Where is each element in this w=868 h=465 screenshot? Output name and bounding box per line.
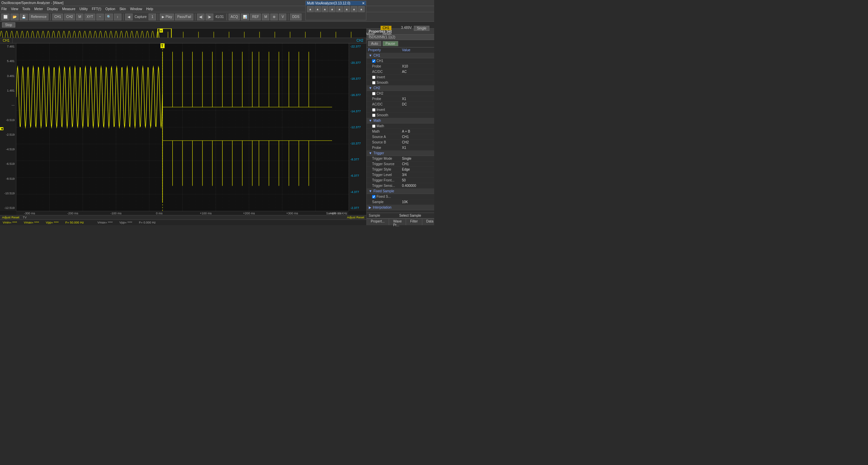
fixed-s-checkbox-row[interactable]: Fixed S... xyxy=(367,194,434,199)
tb-save[interactable]: 💾 xyxy=(20,14,28,20)
menu-meter[interactable]: Meter xyxy=(34,7,43,11)
menu-tools[interactable]: Tools xyxy=(22,7,30,11)
math-srcA-value[interactable]: CH1 xyxy=(401,134,434,139)
interp-expand-icon[interactable]: ▶ xyxy=(369,206,371,209)
sample-value[interactable]: 10K xyxy=(401,199,434,205)
menu-view[interactable]: View xyxy=(11,7,18,11)
trig-src-value[interactable]: CH1 xyxy=(401,161,434,167)
voltage-status: 3.489V xyxy=(401,26,412,30)
tb-capture-value[interactable]: 1 xyxy=(149,14,156,20)
mv-btn-7[interactable]: ▲ xyxy=(358,6,365,12)
tb-ch2[interactable]: CH2 xyxy=(64,14,75,20)
ch1-invert-checkbox[interactable] xyxy=(372,76,375,79)
menu-utility[interactable]: Utility xyxy=(79,7,88,11)
tb-math[interactable]: M xyxy=(76,14,83,20)
ch1-checkbox-row[interactable]: CH1 xyxy=(367,58,434,64)
ch2-invert-row[interactable]: Invert xyxy=(367,107,434,113)
menu-help[interactable]: Help xyxy=(146,7,153,11)
meas-ch1-vmax: Vmax= **** xyxy=(24,221,39,224)
tb-meas[interactable]: 📊 xyxy=(241,14,249,20)
math-srcB-value[interactable]: CH2 xyxy=(401,140,434,145)
tb-zoom2[interactable]: ⊕ xyxy=(270,14,278,20)
ch2-acdc-value[interactable]: DC xyxy=(401,102,434,107)
ch2-smooth-row[interactable]: Smooth xyxy=(367,113,434,118)
ch2-probe-value[interactable]: X1 xyxy=(401,96,434,101)
menu-window[interactable]: Window xyxy=(130,7,142,11)
ch1-acdc-value[interactable]: AC xyxy=(401,69,434,74)
ch2-checkbox-row[interactable]: CH2 xyxy=(367,91,434,96)
tb-passfail[interactable]: Pass/Fail xyxy=(175,14,193,20)
trig-src-name: Trigger Source xyxy=(367,161,401,167)
tb-v[interactable]: V xyxy=(279,14,286,20)
stop-button[interactable]: Stop xyxy=(2,22,15,27)
fixed-sample-expand-icon[interactable]: ▼ xyxy=(369,189,372,193)
overview-strip[interactable] xyxy=(0,28,366,38)
menu-display[interactable]: Display xyxy=(47,7,58,11)
tb-math2[interactable]: M xyxy=(262,14,269,20)
menu-option[interactable]: Option xyxy=(105,7,115,11)
trig-front-value[interactable]: 50 xyxy=(401,178,434,183)
tab-properties[interactable]: Propert... xyxy=(367,219,389,225)
bs-adjust-reset[interactable]: Adjust Reset xyxy=(2,216,19,219)
auto-button[interactable]: Auto xyxy=(368,41,381,46)
tb-open[interactable]: 📂 xyxy=(11,14,19,20)
menu-fft[interactable]: FFT(!) xyxy=(92,7,101,11)
math-checkbox-row[interactable]: Math xyxy=(367,123,434,129)
ch2-checkbox[interactable] xyxy=(372,92,375,95)
tb-play[interactable]: ▶ Play xyxy=(160,14,174,20)
menu-file[interactable]: File xyxy=(1,7,7,11)
tb-ref[interactable]: Reference xyxy=(29,14,49,20)
trig-sens-value[interactable]: 0.400000 xyxy=(401,183,434,188)
tb-zoom[interactable]: 🔍 xyxy=(105,14,113,20)
tb-next[interactable]: |▶ xyxy=(206,14,213,20)
mv-btn-3[interactable]: ▲ xyxy=(329,6,336,12)
math-checkbox[interactable] xyxy=(372,124,375,128)
mv-btn-1[interactable]: ▲ xyxy=(314,6,321,12)
tb-ref2[interactable]: REF xyxy=(250,14,261,20)
mv-btn-4[interactable]: ▲ xyxy=(336,6,343,12)
single-button[interactable]: Single xyxy=(414,26,429,31)
ch1-checkbox[interactable] xyxy=(372,59,375,63)
ch2-smooth-checkbox[interactable] xyxy=(372,114,375,117)
trigger-expand-icon[interactable]: ▼ xyxy=(369,151,372,155)
tb-dds[interactable]: DDS xyxy=(290,14,301,20)
mv-close-icon[interactable]: ✕ xyxy=(362,1,365,5)
tb-capture-minus[interactable]: ◀ xyxy=(125,14,133,20)
ch1-smooth-checkbox[interactable] xyxy=(372,81,375,84)
ch1-invert-row[interactable]: Invert xyxy=(367,75,434,80)
fixed-s-checkbox[interactable] xyxy=(372,195,375,198)
reset-btn[interactable]: Reset xyxy=(383,32,391,36)
ch2-expand-icon[interactable]: ▼ xyxy=(369,86,372,90)
tab-data[interactable]: Data xyxy=(422,219,434,225)
menu-skin[interactable]: Skin xyxy=(119,7,126,11)
ch1-smooth-row[interactable]: Smooth xyxy=(367,80,434,85)
math-op-value[interactable]: A + B xyxy=(401,129,434,134)
canvas-area[interactable] xyxy=(16,43,349,211)
trig-level-value[interactable]: 3/4 xyxy=(401,172,434,177)
mv-btn-2[interactable]: ▲ xyxy=(322,6,328,12)
tb-new[interactable]: ⬜ xyxy=(1,14,9,20)
trig-style-value[interactable]: Edge xyxy=(401,167,434,172)
tb-cursor[interactable]: ↕ xyxy=(114,14,121,20)
adjust-btn[interactable]: Adjust xyxy=(365,32,374,36)
bs-adjust-reset-right[interactable]: Adjust Reset xyxy=(347,216,364,219)
tb-wave[interactable]: ~ xyxy=(96,14,104,20)
ch1-probe-value[interactable]: X10 xyxy=(401,64,434,69)
trig-mode-value[interactable]: Single xyxy=(401,156,434,161)
tb-prev[interactable]: ◀| xyxy=(197,14,205,20)
math-expand-icon[interactable]: ▼ xyxy=(369,119,372,122)
pause-button[interactable]: Pause xyxy=(383,41,398,46)
math-probe-value[interactable]: X1 xyxy=(401,145,434,150)
tab-wave-props[interactable]: Wave Pr... xyxy=(389,219,406,225)
ch1-expand-icon[interactable]: ▼ xyxy=(369,54,372,57)
tb-acq[interactable]: ACQ xyxy=(229,14,240,20)
tb-ch1[interactable]: CH1 xyxy=(52,14,63,20)
mv-btn-5[interactable]: ▲ xyxy=(344,6,350,12)
tab-filter[interactable]: Filter xyxy=(406,219,422,225)
math-op-name: Math xyxy=(367,129,401,134)
menu-measure[interactable]: Measure xyxy=(62,7,75,11)
mv-btn-0[interactable]: ▲ xyxy=(307,6,314,12)
ch2-invert-checkbox[interactable] xyxy=(372,108,375,112)
tb-xyt[interactable]: XYT xyxy=(84,14,95,20)
mv-btn-6[interactable]: ▲ xyxy=(351,6,358,12)
